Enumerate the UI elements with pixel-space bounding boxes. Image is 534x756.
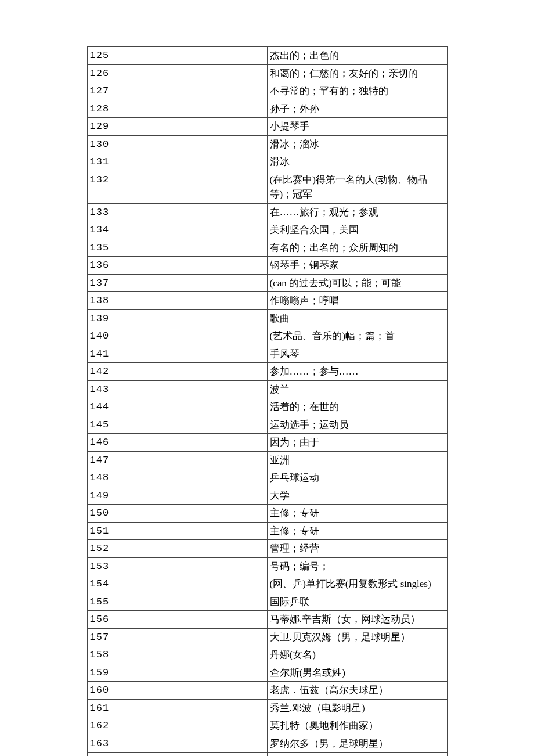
chinese-definition: 大卫.贝克汉姆（男，足球明星）	[267, 628, 447, 646]
table-row: 127不寻常的；罕有的；独特的	[87, 82, 447, 100]
chinese-definition: 滑冰；溜冰	[267, 135, 447, 153]
row-number: 142	[87, 363, 122, 381]
english-word	[122, 274, 267, 292]
row-number: 143	[87, 380, 122, 398]
table-row: 160老虎．伍兹（高尔夫球星）	[87, 682, 447, 700]
row-number: 130	[87, 135, 122, 153]
row-number: 152	[87, 540, 122, 558]
english-word	[122, 153, 267, 171]
english-word	[122, 345, 267, 363]
english-word	[122, 487, 267, 505]
chinese-definition: 参加……；参与……	[267, 363, 447, 381]
table-row: 132(在比赛中)得第一名的人(动物、物品等)；冠军	[87, 171, 447, 203]
row-number: 126	[87, 64, 122, 82]
table-row: 126和蔼的；仁慈的；友好的；亲切的	[87, 64, 447, 82]
table-row: 144活着的；在世的	[87, 398, 447, 416]
chinese-definition: 因为；由于	[267, 434, 447, 452]
chinese-definition: 管理；经营	[267, 540, 447, 558]
chinese-definition: 号码；编号；	[267, 557, 447, 575]
row-number: 141	[87, 345, 122, 363]
chinese-definition: 歌曲	[267, 309, 447, 327]
table-row: 150主修；专研	[87, 505, 447, 523]
table-row: 133在……旅行；观光；参观	[87, 203, 447, 221]
chinese-definition: 小提琴手	[267, 118, 447, 136]
vocab-table: 125杰出的；出色的126和蔼的；仁慈的；友好的；亲切的127不寻常的；罕有的；…	[87, 46, 448, 756]
row-number: 159	[87, 664, 122, 682]
chinese-definition: 秀兰.邓波（电影明星）	[267, 699, 447, 717]
english-word	[122, 47, 267, 65]
table-row: 131滑冰	[87, 153, 447, 171]
row-number: 144	[87, 398, 122, 416]
chinese-definition: 和蔼的；仁慈的；友好的；亲切的	[267, 64, 447, 82]
row-number: 145	[87, 416, 122, 434]
table-row: 147亚洲	[87, 451, 447, 469]
table-row: 154(网、乒)单打比赛(用复数形式 singles)	[87, 575, 447, 593]
table-row: 152管理；经营	[87, 540, 447, 558]
english-word	[122, 203, 267, 221]
english-word	[122, 611, 267, 629]
english-word	[122, 664, 267, 682]
english-word	[122, 292, 267, 310]
row-number: 155	[87, 593, 122, 611]
english-word	[122, 557, 267, 575]
table-row: 157大卫.贝克汉姆（男，足球明星）	[87, 628, 447, 646]
english-word	[122, 522, 267, 540]
english-word	[122, 221, 267, 239]
document-page: 125杰出的；出色的126和蔼的；仁慈的；友好的；亲切的127不寻常的；罕有的；…	[58, 46, 476, 756]
row-number: 151	[87, 522, 122, 540]
english-word	[122, 100, 267, 118]
english-word	[122, 135, 267, 153]
chinese-definition: 查尔斯(男名或姓)	[267, 664, 447, 682]
table-row: 135有名的；出名的；众所周知的	[87, 239, 447, 257]
row-number: 148	[87, 469, 122, 487]
table-row: 156马蒂娜.辛吉斯（女，网球运动员）	[87, 611, 447, 629]
chinese-definition: 丹娜(女名)	[267, 646, 447, 664]
table-row: 164亚瑟（男名）	[87, 753, 447, 757]
table-row: 161秀兰.邓波（电影明星）	[87, 699, 447, 717]
table-row: 155国际乒联	[87, 593, 447, 611]
chinese-definition: 老虎．伍兹（高尔夫球星）	[267, 682, 447, 700]
english-word	[122, 434, 267, 452]
row-number: 147	[87, 451, 122, 469]
table-row: 145运动选手；运动员	[87, 416, 447, 434]
row-number: 131	[87, 153, 122, 171]
chinese-definition: (网、乒)单打比赛(用复数形式 singles)	[267, 575, 447, 593]
row-number: 162	[87, 717, 122, 735]
row-number: 137	[87, 274, 122, 292]
english-word	[122, 363, 267, 381]
chinese-definition: 乒乓球运动	[267, 469, 447, 487]
english-word	[122, 682, 267, 700]
chinese-definition: 马蒂娜.辛吉斯（女，网球运动员）	[267, 611, 447, 629]
row-number: 154	[87, 575, 122, 593]
table-row: 136钢琴手；钢琴家	[87, 257, 447, 275]
chinese-definition: 作嗡嗡声；哼唱	[267, 292, 447, 310]
table-row: 129小提琴手	[87, 118, 447, 136]
english-word	[122, 239, 267, 257]
table-row: 138作嗡嗡声；哼唱	[87, 292, 447, 310]
chinese-definition: 美利坚合众国，美国	[267, 221, 447, 239]
row-number: 129	[87, 118, 122, 136]
row-number: 149	[87, 487, 122, 505]
row-number: 135	[87, 239, 122, 257]
chinese-definition: 杰出的；出色的	[267, 47, 447, 65]
row-number: 161	[87, 699, 122, 717]
chinese-definition: 滑冰	[267, 153, 447, 171]
english-word	[122, 540, 267, 558]
chinese-definition: 运动选手；运动员	[267, 416, 447, 434]
chinese-definition: 主修；专研	[267, 505, 447, 523]
row-number: 156	[87, 611, 122, 629]
row-number: 134	[87, 221, 122, 239]
english-word	[122, 469, 267, 487]
chinese-definition: 大学	[267, 487, 447, 505]
row-number: 136	[87, 257, 122, 275]
english-word	[122, 309, 267, 327]
english-word	[122, 593, 267, 611]
english-word	[122, 646, 267, 664]
row-number: 125	[87, 47, 122, 65]
row-number: 158	[87, 646, 122, 664]
chinese-definition: 手风琴	[267, 345, 447, 363]
chinese-definition: 亚瑟（男名）	[267, 753, 447, 757]
row-number: 133	[87, 203, 122, 221]
english-word	[122, 118, 267, 136]
row-number: 160	[87, 682, 122, 700]
